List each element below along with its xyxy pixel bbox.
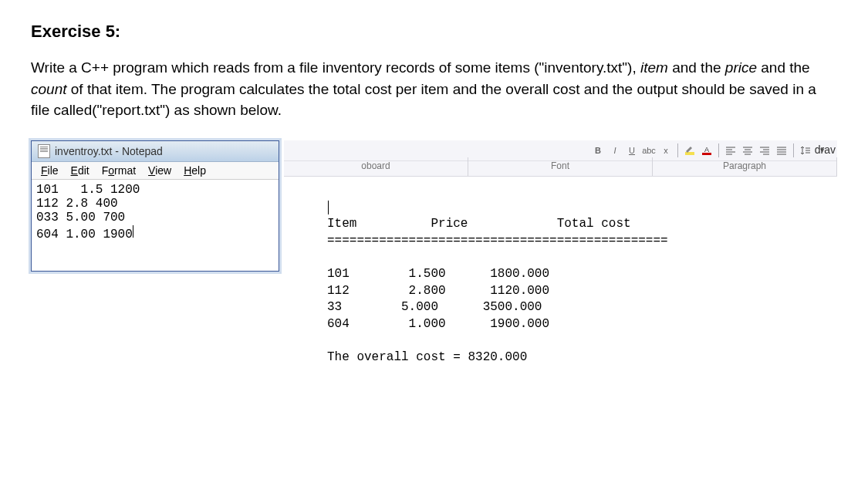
svg-rect-0 <box>685 152 694 155</box>
exercise-title: Exercise 5: <box>31 22 837 42</box>
desc-text-3: and the <box>757 59 810 76</box>
report-text-area[interactable]: Item Price Total cost ==================… <box>284 177 837 374</box>
notepad-file-icon <box>38 144 50 158</box>
ribbon-group-clipboard: oboard <box>284 157 468 176</box>
report-divider: ========================================… <box>327 234 668 248</box>
report-row: 101 1.500 1800.000 <box>327 267 549 281</box>
desc-italic-item: item <box>640 59 668 76</box>
exercise-description: Write a C++ program which reads from a f… <box>31 57 837 121</box>
ribbon-group-font: Font <box>468 157 653 176</box>
desc-italic-price: price <box>725 59 757 76</box>
text-cursor-icon <box>132 225 133 238</box>
strike-icon[interactable]: abc <box>642 144 656 157</box>
ribbon-group-paragraph: Paragraph <box>653 157 837 176</box>
desc-text-1: Write a C++ program which reads from a f… <box>31 59 640 76</box>
report-row: 604 1.000 1900.000 <box>327 317 549 331</box>
notepad-title-text: inventroy.txt - Notepad <box>55 145 163 157</box>
report-row: 112 2.800 1120.000 <box>327 284 549 298</box>
align-justify-icon[interactable] <box>775 144 789 157</box>
notepad-content: 101 1.5 1200 112 2.8 400 033 5.00 700 60… <box>36 183 140 241</box>
draw-truncated-label: drav <box>815 143 836 156</box>
report-overall: The overall cost = 8320.000 <box>327 350 527 364</box>
notepad-window: inventroy.txt - Notepad File Edit Format… <box>31 140 279 272</box>
bold-icon[interactable]: B <box>591 144 605 157</box>
menu-view[interactable]: View <box>142 164 177 177</box>
separator-icon-3 <box>793 143 794 157</box>
fontcolor-icon[interactable]: A <box>700 144 714 157</box>
desc-text-4: of that item. The program calculates the… <box>31 81 816 119</box>
underline-icon[interactable]: U <box>625 144 639 157</box>
separator-icon-2 <box>718 143 719 157</box>
linespacing-icon[interactable] <box>799 144 812 157</box>
menu-file[interactable]: File <box>35 164 65 177</box>
report-row: 33 5.000 3500.000 <box>327 300 542 314</box>
ribbon-bar: B I U abc x A <box>284 140 837 177</box>
script-icon[interactable]: x <box>659 144 673 157</box>
align-right-icon[interactable] <box>758 144 772 157</box>
menu-format[interactable]: Format <box>96 164 142 177</box>
separator-icon <box>677 143 678 157</box>
report-header-row: Item Price Total cost <box>327 217 631 231</box>
italic-icon[interactable]: I <box>608 144 622 157</box>
notepad-menubar: File Edit Format View Help <box>32 162 279 180</box>
align-center-icon[interactable] <box>741 144 755 157</box>
screenshots-row: inventroy.txt - Notepad File Edit Format… <box>31 140 837 374</box>
notepad-text-area[interactable]: 101 1.5 1200 112 2.8 400 033 5.00 700 60… <box>32 180 279 271</box>
desc-text-2: and the <box>668 59 725 76</box>
highlight-icon[interactable] <box>683 144 697 157</box>
word-pane: B I U abc x A <box>284 140 837 374</box>
text-cursor-icon <box>327 201 329 214</box>
menu-help[interactable]: Help <box>177 164 212 177</box>
svg-text:A: A <box>704 146 709 154</box>
desc-italic-count: count <box>31 81 66 97</box>
menu-edit[interactable]: Edit <box>65 164 96 177</box>
notepad-titlebar: inventroy.txt - Notepad <box>32 141 279 162</box>
align-left-icon[interactable] <box>724 144 738 157</box>
